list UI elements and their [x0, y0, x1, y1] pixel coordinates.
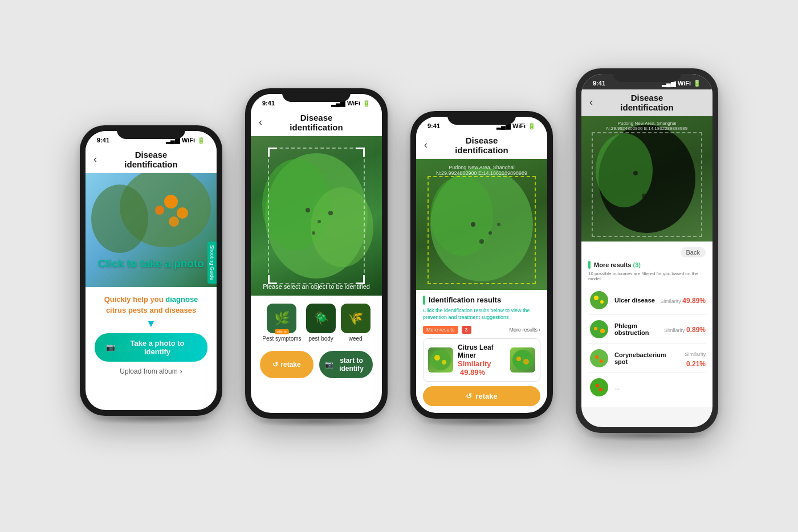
option-weed[interactable]: 🌾 weed — [341, 304, 370, 342]
result-cam-view: Pudong New Area, Shanghai N:29.992480290… — [416, 159, 547, 290]
option-pest-symptoms[interactable]: 🌿 Pest symptoms — [262, 304, 301, 342]
phone1-body: Quickly help you diagnose citrus pests a… — [85, 287, 217, 383]
result-dot — [423, 296, 425, 305]
status-time-1: 9:41 — [97, 137, 109, 144]
notch-3 — [447, 111, 516, 125]
p4-result-1[interactable]: Ulcer disease Similarity 49.89% — [588, 286, 706, 315]
subtitle-citrus: citrus pests and diseases — [106, 306, 196, 314]
upload-arrow-icon: › — [180, 367, 182, 375]
camera-actions-row: ↺ retake 📷 start to identify — [251, 346, 382, 387]
phone4-cam-view: Pudong New Area, Shanghai N:29.992480290… — [581, 116, 712, 242]
scan-frame — [268, 148, 365, 284]
screen-2: 9:41 ▂▄▆ WiFi 🔋 ‹ Disease identification — [251, 94, 382, 413]
subtitle-disease: citrus pests and diseases — [95, 306, 207, 314]
p4-result-4[interactable]: ... — [588, 373, 706, 402]
subtitle-row: Quickly help you diagnose — [95, 295, 207, 304]
result-thumb-right-1 — [510, 347, 535, 373]
camera-icon-2: 📷 — [325, 361, 333, 369]
upload-label: Upload from album — [120, 367, 177, 375]
notch-2 — [282, 88, 351, 102]
p4-thumb-3 — [588, 347, 610, 369]
more-link-arrow: › — [539, 327, 540, 333]
status-time-3: 9:41 — [427, 122, 440, 129]
result-thumb-img-1 — [428, 347, 453, 373]
p4-sim-3: Similarity 0.21% — [670, 348, 706, 369]
p4-result-3[interactable]: Corynebacteriumspot Similarity 0.21% — [588, 344, 706, 373]
identify-btn[interactable]: 📷 start to identify — [319, 351, 373, 378]
phone4-location: Pudong New Area, Shanghai N:29.992480290… — [581, 121, 712, 131]
screen-1: 9:41 ▂▄▆ WiFi 🔋 ‹ Disease identification… — [85, 131, 217, 410]
retake-label-3: retake — [475, 392, 497, 400]
phone4-hint: 10 possible outcomes are filtered for yo… — [588, 271, 706, 281]
wifi-icon-2: WiFi — [347, 100, 360, 107]
retake-label-2: retake — [280, 361, 300, 369]
take-photo-btn[interactable]: 📷 Take a photo to identify — [95, 333, 207, 362]
p4-thumb-1 — [588, 289, 610, 311]
p4-info-3: Corynebacteriumspot — [614, 351, 666, 365]
take-photo-label: Take a photo to identify — [119, 339, 196, 356]
battery-icon-2: 🔋 — [363, 100, 370, 107]
nav-title-1: Disease identification — [109, 150, 193, 169]
pest-body-label: pest body — [308, 335, 333, 342]
p4-result-2[interactable]: Phlegmobstruction Similarity 0.89% — [588, 315, 706, 344]
wifi-icon-1: WiFi — [182, 137, 195, 144]
status-time-4: 9:41 — [593, 80, 605, 87]
result-body: Identification results Click the identif… — [416, 290, 547, 412]
wifi-icon-4: WiFi — [678, 80, 691, 87]
weed-label: weed — [349, 335, 363, 342]
p4-loc-coords: N:29.9924802900 E:14.1862289898989 — [581, 126, 712, 131]
hero-overlay-1 — [85, 173, 217, 287]
p4-thumb-4 — [588, 377, 610, 398]
scan-corner-tl — [268, 148, 277, 157]
p4-name-4: ... — [614, 384, 706, 391]
result-item-1[interactable]: Citrus Leaf Miner Similarity 49.89% — [423, 338, 540, 382]
phone-2: 9:41 ▂▄▆ WiFi 🔋 ‹ Disease identification — [245, 88, 388, 419]
more-results-badge: More results — [423, 326, 458, 334]
camera-prompt-text: Please select an object to be identified — [251, 283, 382, 290]
shooting-guide-tab[interactable]: Shooting Guide — [207, 242, 217, 284]
screen-3: 9:41 ▂▄▆ WiFi 🔋 ‹ Disease identification… — [416, 117, 547, 413]
more-results-link[interactable]: More results › — [509, 327, 540, 333]
phone4-back-btn[interactable]: Back — [681, 247, 706, 257]
nav-bar-2: ‹ Disease identification — [251, 109, 382, 136]
p4-sim-2: Similarity 0.89% — [664, 324, 706, 334]
retake-btn-2[interactable]: ↺ retake — [260, 351, 314, 378]
phone4-green-bar — [588, 261, 591, 269]
pest-body-icon: 🪲 — [306, 304, 336, 333]
result-thumb-right-img-1 — [510, 347, 535, 373]
more-link-text: More results — [509, 327, 538, 333]
back-btn-4[interactable]: ‹ — [589, 96, 605, 108]
phone-4: 9:41 ▂▄▆ WiFi 🔋 ‹ Disease identification… — [576, 68, 718, 433]
nav-bar-3: ‹ Disease identification — [416, 132, 547, 159]
notch-4 — [613, 68, 681, 82]
phone4-results: Back More results (3) 10 possible outcom… — [581, 242, 712, 407]
result-badges: More results 3 More results › — [423, 326, 540, 334]
nav-bar-4: ‹ Disease identification — [581, 89, 712, 116]
retake-btn-3[interactable]: ↺ retake — [423, 386, 540, 406]
subtitle-diagnose: diagnose — [165, 295, 198, 304]
battery-icon-4: 🔋 — [693, 80, 701, 87]
p4-sim-1: Similarity 49.89% — [660, 295, 706, 305]
option-pest-body[interactable]: 🪲 pest body — [306, 304, 336, 342]
retake-icon-3: ↺ — [466, 392, 472, 400]
nav-title-2: Disease identification — [275, 113, 358, 132]
back-btn-2[interactable]: ‹ — [259, 116, 275, 128]
result-location: Pudong New Area, Shanghai N:29.992480290… — [416, 165, 547, 176]
screen-4: 9:41 ▂▄▆ WiFi 🔋 ‹ Disease identification… — [581, 74, 712, 427]
hero-image-1: Click to take a photo Shooting Guide — [85, 173, 217, 287]
back-btn-3[interactable]: ‹ — [424, 139, 440, 151]
click-text[interactable]: Click to take a photo — [85, 257, 217, 270]
scan-corner-tr — [356, 148, 365, 157]
back-btn-1[interactable]: ‹ — [93, 153, 109, 165]
upload-album-row[interactable]: Upload from album › — [95, 367, 207, 375]
location-coords: N:29.9924802900 E:14.1862289898989 — [416, 170, 547, 176]
nav-title-4: Disease identification — [605, 93, 689, 112]
pest-symptoms-label: Pest symptoms — [262, 335, 301, 342]
nav-title-3: Disease identification — [440, 136, 523, 155]
camera-icon: 📷 — [106, 343, 115, 351]
arrow-down: ▼ — [95, 318, 207, 330]
phone-1: 9:41 ▂▄▆ WiFi 🔋 ‹ Disease identification… — [80, 125, 222, 416]
camera-viewfinder: Please select an object to be identified — [251, 136, 382, 296]
sim-value: 49.89% — [460, 368, 485, 377]
pest-symptoms-icon: 🌿 — [267, 304, 296, 333]
